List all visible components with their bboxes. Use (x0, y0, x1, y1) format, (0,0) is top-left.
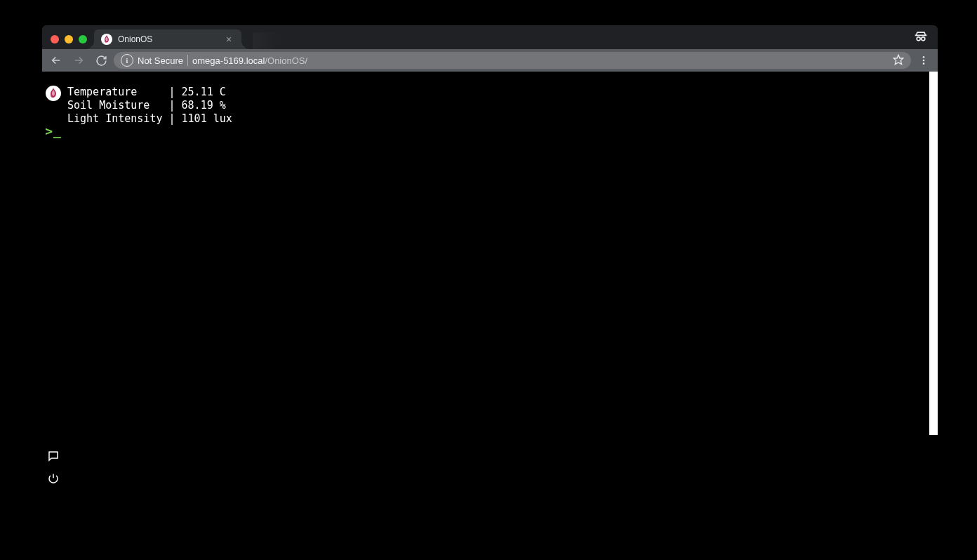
terminal-line-2: Light Intensity | 1101 lux (67, 112, 232, 125)
url-text: omega-5169.local/OnionOS/ (192, 55, 307, 66)
bookmark-star-icon[interactable] (893, 54, 904, 67)
app-sidebar: >_ (42, 72, 65, 509)
security-status: Not Secure (138, 55, 183, 66)
scrollbar[interactable] (929, 72, 938, 435)
page-viewport: >_ Temperature | 25.11 C Soil Moisture |… (42, 72, 938, 509)
close-tab-button[interactable]: × (223, 34, 234, 45)
terminal-prompt-icon[interactable]: >_ (45, 124, 62, 138)
svg-point-5 (923, 62, 925, 65)
svg-point-0 (917, 37, 920, 41)
close-window-button[interactable] (51, 35, 59, 44)
tab-title: OnionOS (118, 34, 223, 44)
browser-toolbar: i Not Secure omega-5169.local/OnionOS/ (42, 49, 938, 72)
svg-point-1 (922, 37, 925, 41)
browser-menu-button[interactable] (914, 51, 933, 70)
terminal-output: Temperature | 25.11 C Soil Moisture | 68… (65, 72, 938, 509)
svg-marker-2 (893, 55, 903, 64)
tab-strip: OnionOS × (42, 25, 938, 49)
forward-button[interactable] (69, 51, 88, 70)
terminal-line-1: Soil Moisture | 68.19 % (67, 99, 226, 112)
onion-favicon-icon (101, 34, 112, 45)
onion-logo-icon[interactable] (46, 86, 61, 101)
incognito-icon (914, 29, 928, 44)
new-tab-hint[interactable] (253, 32, 278, 49)
svg-point-4 (923, 60, 925, 62)
browser-tab[interactable]: OnionOS × (94, 29, 241, 49)
chat-icon[interactable] (46, 449, 60, 463)
browser-window: OnionOS × i Not Secure (42, 25, 938, 509)
reload-button[interactable] (91, 51, 111, 70)
svg-point-3 (923, 56, 925, 58)
url-path: /OnionOS/ (265, 55, 307, 66)
minimize-window-button[interactable] (65, 35, 73, 44)
site-info-icon[interactable]: i (121, 54, 133, 67)
power-icon[interactable] (46, 472, 60, 486)
addressbar-divider (187, 55, 188, 66)
address-bar[interactable]: i Not Secure omega-5169.local/OnionOS/ (114, 52, 911, 69)
terminal-line-0: Temperature | 25.11 C (67, 86, 226, 98)
url-host: omega-5169.local (192, 55, 265, 66)
back-button[interactable] (46, 51, 66, 70)
